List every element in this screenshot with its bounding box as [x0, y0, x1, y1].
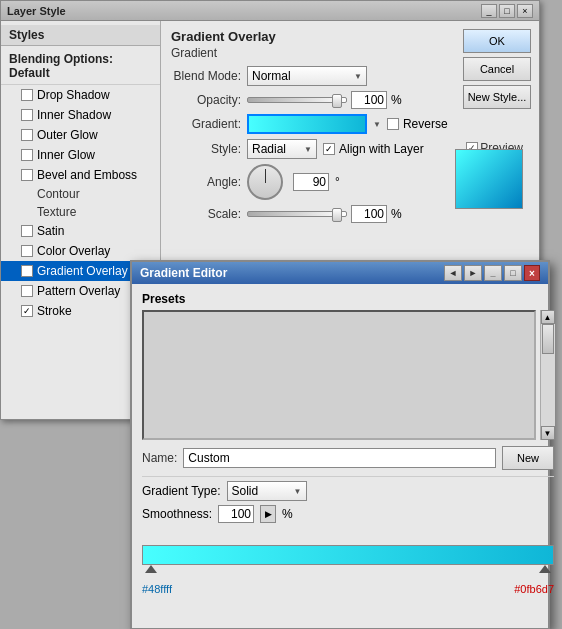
- style-dropdown-icon: ▼: [304, 145, 312, 154]
- drop-shadow-label: Drop Shadow: [37, 88, 110, 102]
- angle-value-input[interactable]: 90: [293, 173, 329, 191]
- ge-icon-left[interactable]: ◄: [444, 265, 462, 281]
- close-btn[interactable]: ×: [517, 4, 533, 18]
- gradient-type-dropdown[interactable]: Solid ▼: [227, 481, 307, 501]
- presets-grid: [148, 316, 530, 320]
- smoothness-unit: %: [282, 507, 293, 521]
- ge-maximize-icon[interactable]: □: [504, 265, 522, 281]
- scale-unit: %: [391, 207, 402, 221]
- angle-unit: °: [335, 175, 340, 189]
- gradient-label: Gradient:: [171, 117, 241, 131]
- inner-shadow-label: Inner Shadow: [37, 108, 111, 122]
- gradient-stops-top: [142, 531, 554, 545]
- smoothness-stepper[interactable]: ▶: [260, 505, 276, 523]
- align-layer-checkbox[interactable]: ✓: [323, 143, 335, 155]
- name-row: Name: Custom New: [142, 446, 554, 470]
- scroll-thumb[interactable]: [542, 324, 554, 354]
- scale-slider-thumb[interactable]: [332, 208, 342, 222]
- presets-area: ▲ ▼: [142, 310, 554, 440]
- outer-glow-label: Outer Glow: [37, 128, 98, 142]
- smoothness-label: Smoothness:: [142, 507, 212, 521]
- blend-mode-dropdown[interactable]: Normal ▼: [247, 66, 367, 86]
- ge-close-button[interactable]: ×: [524, 265, 540, 281]
- styles-tab[interactable]: Styles: [1, 25, 160, 46]
- layer-item-outer-glow[interactable]: Outer Glow: [1, 125, 160, 145]
- ge-minimize-icon[interactable]: _: [484, 265, 502, 281]
- pattern-overlay-label: Pattern Overlay: [37, 284, 120, 298]
- blending-options-label[interactable]: Blending Options: Default: [1, 48, 160, 85]
- reverse-checkbox[interactable]: [387, 118, 399, 130]
- gradient-overlay-label: Gradient Overlay: [37, 264, 128, 278]
- color-labels: #48ffff #0fb6d7: [142, 583, 554, 595]
- stroke-checkbox[interactable]: ✓: [21, 305, 33, 317]
- scale-slider-track[interactable]: [247, 211, 347, 217]
- align-layer-row: ✓ Align with Layer: [323, 142, 424, 156]
- smoothness-value-input[interactable]: 100: [218, 505, 254, 523]
- stop-right-arrow: [539, 565, 551, 573]
- gradient-editor-body: Presets: [132, 284, 548, 628]
- presets-label: Presets: [142, 292, 554, 306]
- gradient-overlay-checkbox[interactable]: ✓: [21, 265, 33, 277]
- style-dropdown[interactable]: Radial ▼: [247, 139, 317, 159]
- opacity-slider-track[interactable]: [247, 97, 347, 103]
- color-label-right: #0fb6d7: [514, 583, 554, 595]
- layer-item-bevel-emboss[interactable]: Bevel and Emboss: [1, 165, 160, 185]
- layer-sub-contour[interactable]: Contour: [1, 185, 160, 203]
- layer-item-color-overlay[interactable]: Color Overlay: [1, 241, 160, 261]
- minimize-btn[interactable]: _: [481, 4, 497, 18]
- opacity-slider-thumb[interactable]: [332, 94, 342, 108]
- color-overlay-checkbox[interactable]: [21, 245, 33, 257]
- new-style-button[interactable]: New Style...: [463, 85, 531, 109]
- gradient-bar[interactable]: [142, 545, 554, 565]
- stroke-label: Stroke: [37, 304, 72, 318]
- stop-right[interactable]: [538, 565, 552, 579]
- new-button[interactable]: New: [502, 446, 554, 470]
- gradient-preview-swatch[interactable]: [247, 114, 367, 134]
- presets-outer: [142, 310, 536, 440]
- color-overlay-label: Color Overlay: [37, 244, 110, 258]
- angle-dial[interactable]: [247, 164, 283, 200]
- style-value: Radial: [252, 142, 286, 156]
- style-label: Style:: [171, 142, 241, 156]
- scroll-up-btn[interactable]: ▲: [541, 310, 555, 324]
- outer-glow-checkbox[interactable]: [21, 129, 33, 141]
- gradient-type-arrow-icon: ▼: [294, 487, 302, 496]
- blend-mode-value: Normal: [252, 69, 291, 83]
- scale-value-input[interactable]: 100: [351, 205, 387, 223]
- cancel-button[interactable]: Cancel: [463, 57, 531, 81]
- bevel-emboss-checkbox[interactable]: [21, 169, 33, 181]
- ok-button[interactable]: OK: [463, 29, 531, 53]
- align-layer-label: Align with Layer: [339, 142, 424, 156]
- stop-left[interactable]: [144, 565, 158, 579]
- reverse-label: Reverse: [403, 117, 448, 131]
- gradient-editor-main: Presets: [142, 292, 538, 620]
- opacity-label: Opacity:: [171, 93, 241, 107]
- pattern-overlay-checkbox[interactable]: [21, 285, 33, 297]
- layer-sub-texture[interactable]: Texture: [1, 203, 160, 221]
- scroll-down-btn[interactable]: ▼: [541, 426, 555, 440]
- gradient-row: Gradient: ▼ Reverse: [171, 114, 529, 134]
- ge-icon-right[interactable]: ►: [464, 265, 482, 281]
- maximize-btn[interactable]: □: [499, 4, 515, 18]
- gradient-editor-title: Gradient Editor: [140, 266, 227, 280]
- drop-shadow-checkbox[interactable]: [21, 89, 33, 101]
- color-label-left: #48ffff: [142, 583, 172, 595]
- layer-item-satin[interactable]: Satin: [1, 221, 160, 241]
- gradient-type-label: Gradient Type:: [142, 484, 221, 498]
- titlebar-controls: _ □ ×: [481, 4, 533, 18]
- gradient-editor-titlebar: Gradient Editor ◄ ► _ □ ×: [132, 262, 548, 284]
- bevel-emboss-label: Bevel and Emboss: [37, 168, 137, 182]
- inner-glow-checkbox[interactable]: [21, 149, 33, 161]
- scroll-track: [541, 324, 555, 426]
- layer-item-inner-shadow[interactable]: Inner Shadow: [1, 105, 160, 125]
- gradient-dropdown-btn[interactable]: ▼: [373, 120, 381, 129]
- layer-item-drop-shadow[interactable]: Drop Shadow: [1, 85, 160, 105]
- opacity-value-input[interactable]: 100: [351, 91, 387, 109]
- inner-shadow-checkbox[interactable]: [21, 109, 33, 121]
- reverse-row: Reverse: [387, 117, 448, 131]
- blend-mode-label: Blend Mode:: [171, 69, 241, 83]
- layer-item-inner-glow[interactable]: Inner Glow: [1, 145, 160, 165]
- gradient-editor-left: Presets: [142, 292, 554, 620]
- satin-checkbox[interactable]: [21, 225, 33, 237]
- name-input[interactable]: Custom: [183, 448, 496, 468]
